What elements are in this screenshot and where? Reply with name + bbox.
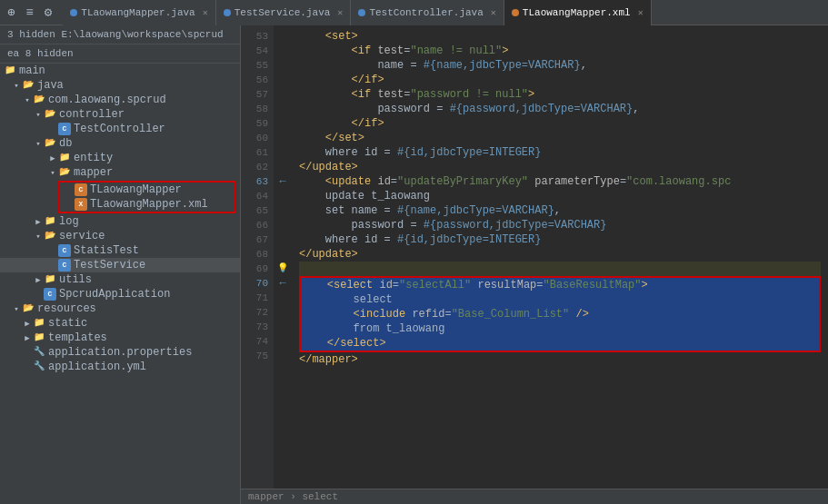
code-container[interactable]: 53 54 55 56 57 58 59 60 61 62 63 64 65 6… xyxy=(241,25,828,489)
sidebar-item-label: com.laowang.spcrud xyxy=(48,94,166,106)
sidebar-header-1: 3 hidden E:\laowang\workspace\spcrud xyxy=(0,25,240,44)
code-content[interactable]: <set> <if test="name != null"> name = #{… xyxy=(292,25,828,489)
code-line-74: </select> xyxy=(301,336,819,351)
tab-dot xyxy=(512,9,519,16)
close-icon[interactable]: ✕ xyxy=(203,7,208,18)
sidebar-item-label: main xyxy=(19,64,45,77)
sidebar-item-tlaowangmapper-xml[interactable]: X TLaowangMapper.xml xyxy=(60,197,234,212)
tab-tlaowangmapper-xml[interactable]: TLaowangMapper.xml ✕ xyxy=(504,0,652,25)
line-num-53: 53 xyxy=(241,29,274,44)
folder-icon: 📂 xyxy=(44,230,56,242)
tab-testcontroller-java[interactable]: TestController.java ✕ xyxy=(351,0,504,25)
sidebar-item-spcrudapp[interactable]: C SpcrudApplication xyxy=(0,287,240,301)
line-num-60: 60 xyxy=(241,131,274,145)
code-line-72: <include refid="Base_Column_List" /> xyxy=(301,307,819,321)
code-line-71: select xyxy=(301,292,819,307)
line-num-68: 68 xyxy=(241,247,274,262)
tab-list-icon[interactable]: ≡ xyxy=(22,4,36,22)
line-num-71: 71 xyxy=(241,291,274,305)
sidebar-item-app-yml[interactable]: 🔧 application.yml xyxy=(0,360,240,374)
code-line-54: <if test="name != null"> xyxy=(299,44,821,58)
expand-arrow: ▶ xyxy=(33,275,44,285)
sidebar-item-entity[interactable]: ▶ 📁 entity xyxy=(0,151,240,165)
new-tab-icon[interactable]: ⊕ xyxy=(4,3,18,22)
tab-label: TLaowangMapper.xml xyxy=(523,7,631,18)
expand-arrow: ▶ xyxy=(33,217,44,227)
expand-arrow: ▾ xyxy=(11,304,22,314)
sidebar-item-controller[interactable]: ▾ 📂 controller xyxy=(0,107,240,122)
sidebar-item-resources[interactable]: ▾ 📂 resources xyxy=(0,301,240,316)
sidebar: 3 hidden E:\laowang\workspace\spcrud ea … xyxy=(0,25,241,504)
expand-arrow: ▾ xyxy=(33,139,44,149)
java-file-icon: C xyxy=(58,123,71,135)
sidebar-item-label: log xyxy=(59,215,79,228)
line-num-54: 54 xyxy=(241,44,274,58)
folder-icon: 📂 xyxy=(22,302,35,315)
sidebar-item-com[interactable]: ▾ 📂 com.laowang.spcrud xyxy=(0,93,240,107)
sidebar-item-label: templates xyxy=(48,331,107,344)
code-line-69 xyxy=(299,262,821,276)
code-line-57: <if test="password != null"> xyxy=(299,87,821,102)
sidebar-item-label: TestService xyxy=(74,259,145,272)
code-red-border-box: <select id="selectAll" resultMap="BaseRe… xyxy=(299,276,821,352)
sidebar-item-main[interactable]: 📁 main xyxy=(0,64,240,78)
folder-icon: 📁 xyxy=(33,331,45,344)
code-line-58: password = #{password,jdbcType=VARCHAR}, xyxy=(299,102,821,116)
sidebar-item-log[interactable]: ▶ 📁 log xyxy=(0,214,240,229)
sidebar-item-tlaowangmapper-java[interactable]: C TLaowangMapper xyxy=(60,183,234,197)
sidebar-item-app-props[interactable]: 🔧 application.properties xyxy=(0,345,240,360)
close-icon[interactable]: ✕ xyxy=(337,7,343,18)
xml-file-icon: X xyxy=(75,198,87,211)
sidebar-item-db[interactable]: ▾ 📂 db xyxy=(0,136,240,151)
line-num-61: 61 xyxy=(241,145,274,160)
folder-icon: 📁 xyxy=(58,152,71,164)
settings-icon[interactable]: ⚙ xyxy=(41,3,55,22)
sidebar-item-static[interactable]: ▶ 📁 static xyxy=(0,316,240,331)
folder-icon: 📁 xyxy=(4,64,16,77)
java-file-icon: C xyxy=(44,288,56,301)
line-num-67: 67 xyxy=(241,232,274,247)
sidebar-item-statisTest[interactable]: C StatisTest xyxy=(0,243,240,258)
code-line-75: </mapper> xyxy=(299,352,821,367)
folder-icon: 📁 xyxy=(44,215,56,228)
tab-tlaowangmapper-java[interactable]: TLaowangMapper.java ✕ xyxy=(63,0,215,25)
sidebar-item-service[interactable]: ▾ 📂 service xyxy=(0,229,240,243)
line-num-58: 58 xyxy=(241,102,274,116)
line-num-75: 75 xyxy=(241,349,274,363)
sidebar-item-utils[interactable]: ▶ 📁 utils xyxy=(0,272,240,287)
sidebar-item-java[interactable]: ▾ 📂 java xyxy=(0,78,240,93)
props-file-icon: 🔧 xyxy=(33,361,45,373)
tab-label: TestController.java xyxy=(369,7,483,18)
code-line-66: password = #{password,jdbcType=VARCHAR} xyxy=(299,218,821,232)
sidebar-item-label: StatisTest xyxy=(74,244,139,257)
sidebar-item-testservice[interactable]: C TestService xyxy=(0,258,240,272)
arrow-line-70: ← xyxy=(274,276,292,291)
line-num-64: 64 xyxy=(241,189,274,203)
tab-testservice-java[interactable]: TestService.java ✕ xyxy=(216,0,352,25)
sidebar-item-templates[interactable]: ▶ 📁 templates xyxy=(0,331,240,345)
code-line-59: </if> xyxy=(299,116,821,131)
folder-icon: 📂 xyxy=(44,108,56,121)
line-num-57: 57 xyxy=(241,87,274,102)
tab-dot xyxy=(70,9,77,16)
folder-icon: 📁 xyxy=(44,273,56,286)
expand-arrow: ▾ xyxy=(33,232,44,242)
expand-arrow: ▶ xyxy=(22,333,33,343)
code-line-60: </set> xyxy=(299,131,821,145)
close-icon[interactable]: ✕ xyxy=(638,7,643,18)
line-num-74: 74 xyxy=(241,334,274,349)
tab-label: TLaowangMapper.java xyxy=(81,7,195,18)
code-line-61: where id = #{id,jdbcType=INTEGER} xyxy=(299,145,821,160)
sidebar-item-mapper[interactable]: ▾ 📂 mapper xyxy=(0,165,240,180)
expand-arrow: ▶ xyxy=(22,319,33,329)
close-icon[interactable]: ✕ xyxy=(491,7,496,18)
code-line-62: </update> xyxy=(299,160,821,174)
expand-arrow: ▾ xyxy=(47,168,58,178)
line-num-62: 62 xyxy=(241,160,274,174)
editor-area: 53 54 55 56 57 58 59 60 61 62 63 64 65 6… xyxy=(241,25,828,504)
expand-arrow: ▾ xyxy=(11,81,22,91)
sidebar-item-testcontroller[interactable]: C TestController xyxy=(0,122,240,136)
line-num-55: 55 xyxy=(241,58,274,73)
expand-arrow: ▾ xyxy=(22,95,33,105)
sidebar-item-label: static xyxy=(48,317,87,330)
